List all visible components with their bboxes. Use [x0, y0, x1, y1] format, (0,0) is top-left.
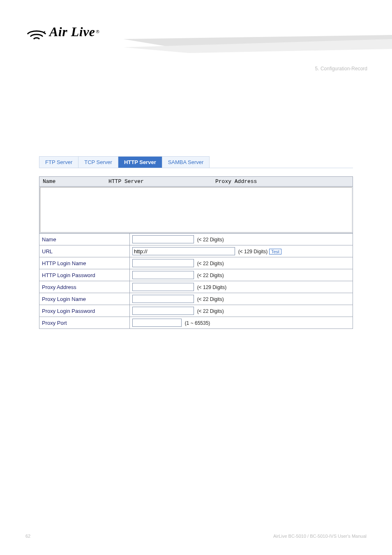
row-proxy-port: Proxy Port (1 ~ 65535): [39, 317, 353, 329]
row-proxy-address: Proxy Address (< 129 Digits): [39, 281, 353, 293]
row-http-login-name: HTTP Login Name (< 22 Digits): [39, 257, 353, 269]
proxy-login-name-input[interactable]: [132, 295, 194, 303]
http-login-password-input[interactable]: [132, 271, 194, 279]
tab-tcp-server[interactable]: TCP Server: [78, 156, 118, 168]
row-url: URL (< 129 Digits) Test: [39, 245, 353, 257]
hint-proxy-login-name: (< 22 Digits): [197, 296, 224, 302]
label-proxy-port: Proxy Port: [39, 317, 130, 329]
hint-proxy-address: (< 129 Digits): [197, 284, 227, 290]
hint-proxy-port: (1 ~ 65535): [185, 320, 210, 326]
label-url: URL: [39, 245, 130, 257]
col-name: Name: [43, 178, 108, 185]
hint-http-login-password: (< 22 Digits): [197, 273, 224, 278]
desc-name: Name:The user can specify multiple HTTP …: [53, 341, 359, 353]
url-input[interactable]: [132, 247, 235, 255]
test-button[interactable]: Test: [269, 249, 281, 254]
row-name: Name (< 22 Digits): [39, 234, 353, 245]
manual-title: AirLive BC-5010 / BC-5010-IVS User's Man…: [273, 534, 367, 539]
page-number: 62: [25, 534, 30, 539]
http-server-form: Name (< 22 Digits) URL (< 129 Digits) Te…: [39, 233, 353, 329]
row-proxy-login-name: Proxy Login Name (< 22 Digits): [39, 293, 353, 305]
server-tabbar: FTP Server TCP Server HTTP Server SAMBA …: [39, 156, 353, 168]
hint-http-login-name: (< 22 Digits): [197, 261, 224, 266]
label-proxy-login-password: Proxy Login Password: [39, 305, 130, 317]
brand-logo: Air Live ®: [25, 23, 99, 41]
row-http-login-password: HTTP Login Password (< 22 Digits): [39, 269, 353, 281]
col-http-server: HTTP Server: [108, 178, 215, 185]
tab-ftp-server[interactable]: FTP Server: [39, 156, 78, 168]
hint-url: (< 129 Digits): [238, 249, 268, 254]
desc-http-login-name: HTTP Login name:Type the user name for t…: [53, 410, 359, 416]
label-proxy-address: Proxy Address: [39, 281, 130, 293]
server-listbox: Name HTTP Server Proxy Address: [39, 176, 353, 233]
name-input[interactable]: [132, 235, 194, 243]
hint-name: (< 22 Digits): [197, 237, 224, 243]
brand-text: Air Live: [49, 24, 95, 39]
proxy-login-password-input[interactable]: [132, 307, 194, 315]
desc-url: URL:Type the server name or the IP addre…: [53, 376, 359, 387]
label-name: Name: [39, 234, 130, 245]
server-list-header: Name HTTP Server Proxy Address: [39, 177, 353, 187]
desc-http-login-password: HTTP Login Password:Type the password fo…: [53, 439, 359, 445]
desc-proxy-address: Proxy Address:Type the server name or th…: [53, 468, 359, 474]
page-header: Air Live ®: [0, 0, 392, 53]
page-footer: 62 AirLive BC-5010 / BC-5010-IVS User's …: [25, 534, 367, 539]
row-proxy-login-password: Proxy Login Password (< 22 Digits): [39, 305, 353, 317]
config-panel: FTP Server TCP Server HTTP Server SAMBA …: [39, 156, 353, 329]
desc-proxy-login-name: Proxy Login name:Type the user name for …: [53, 497, 359, 502]
http-login-name-input[interactable]: [132, 259, 194, 267]
server-list-body[interactable]: [40, 187, 352, 232]
chapter-label: 5. Configuration-Record: [315, 66, 367, 72]
tab-http-server[interactable]: HTTP Server: [118, 156, 162, 168]
header-swoosh-icon: [123, 35, 392, 58]
label-proxy-login-name: Proxy Login Name: [39, 293, 130, 305]
field-descriptions: Name:The user can specify multiple HTTP …: [53, 341, 359, 502]
registered-mark: ®: [96, 29, 99, 34]
label-http-login-password: HTTP Login Password: [39, 269, 130, 281]
tab-samba-server[interactable]: SAMBA Server: [162, 156, 210, 168]
hint-proxy-login-password: (< 22 Digits): [197, 308, 224, 314]
proxy-address-input[interactable]: [132, 283, 194, 291]
col-proxy-address: Proxy Address: [215, 178, 349, 185]
label-http-login-name: HTTP Login Name: [39, 257, 130, 269]
wifi-arc-icon: [25, 23, 48, 41]
proxy-port-input[interactable]: [132, 319, 182, 327]
